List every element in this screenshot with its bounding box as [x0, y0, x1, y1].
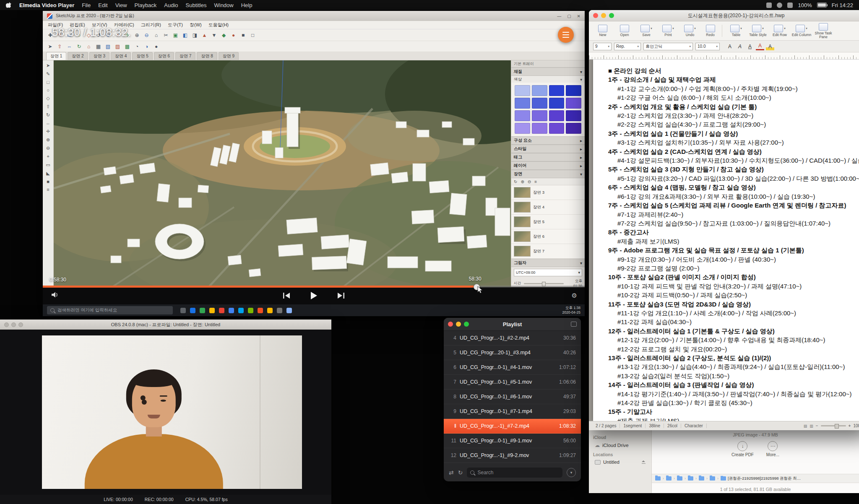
format-select[interactable]: 휴먼고딕 ▾ [643, 43, 693, 50]
zoom-out-button[interactable]: − [816, 423, 818, 428]
minimize-button[interactable] [456, 322, 461, 327]
popout-icon[interactable] [571, 322, 577, 327]
playlist-options-button[interactable]: ▾ [567, 468, 576, 477]
toolbar-button[interactable]: ▾ Redo [701, 25, 722, 37]
status-icon[interactable] [787, 3, 793, 8]
playlist-item[interactable]: 7 UD_CG_Progr...0-1)_#5-1.mov 1:06:06 [444, 375, 581, 390]
playlist-title-bar[interactable]: Playlist [444, 318, 581, 331]
toolbar-button[interactable]: ▾ Edit Row [769, 25, 790, 37]
menubar-menu-item[interactable]: Edit [98, 2, 107, 8]
status-icon[interactable] [766, 3, 772, 8]
playlist-item[interactable]: 5 UD_CG_Progr...20-1)_#3.mp4 40:26 [444, 346, 581, 360]
menubar-menu-item[interactable]: Help [241, 2, 252, 8]
zoom-button[interactable] [464, 322, 469, 327]
scene-thumbnail [514, 231, 531, 242]
quick-action-button[interactable]: ⋯ More... [766, 441, 779, 457]
bold-icon[interactable]: A [726, 43, 734, 50]
close-button[interactable] [593, 13, 598, 18]
close-button[interactable] [448, 322, 453, 327]
menubar-menu-item[interactable]: Subtitles [186, 2, 207, 8]
folder-icon[interactable] [666, 476, 672, 481]
status-icon[interactable] [777, 3, 782, 8]
menubar-menu-item[interactable]: View [115, 2, 127, 8]
toolbar-button[interactable]: ▾ Table Style [747, 25, 768, 37]
playlist-item[interactable]: 4 UD_CG_Progr...-1)_#2-2.mp4 30:36 [444, 331, 581, 346]
zoom-slider[interactable] [821, 425, 846, 426]
previous-button[interactable] [282, 292, 291, 299]
sidebar-item-icloud-drive[interactable]: ☁ iCloud Drive [593, 442, 647, 449]
repeat-icon[interactable]: ↻ [458, 469, 463, 476]
menubar-clock[interactable]: Fri 14:22 [832, 2, 853, 8]
toolbar-button[interactable]: ▾ Undo [679, 25, 700, 37]
eject-icon[interactable] [642, 460, 646, 464]
format-select[interactable]: Rep. ▾ [614, 43, 641, 50]
dropdown-caret-icon[interactable]: ▾ [762, 27, 764, 30]
underline-icon[interactable]: A [746, 43, 754, 50]
dropdown-caret-icon[interactable]: ▾ [784, 27, 786, 30]
menubar-menu-item[interactable]: Audio [164, 2, 178, 8]
toolbar-button[interactable]: ▾ Save [636, 25, 657, 37]
toolbar-button[interactable]: ▾ Open [614, 25, 635, 37]
obs-title-bar[interactable]: OBS 24.0.8 (mac) - 프로파일: Untitled - 장면: … [0, 320, 331, 330]
apple-menu-icon[interactable] [6, 2, 12, 8]
toolbar-button[interactable]: ▾ Show Task Pane [813, 23, 834, 39]
playlist-item[interactable]: 9 UD_CG_Progr...0-1)_#7-1.mp4 29:03 [444, 404, 581, 419]
toolbar-button[interactable]: ▾ Print [658, 25, 679, 37]
settings-gear-icon[interactable]: ⚙ [572, 292, 577, 299]
format-select[interactable]: 10.0 ▾ [695, 43, 720, 50]
folder-icon[interactable] [710, 476, 715, 481]
toolbar-button[interactable]: ▾ New [592, 25, 613, 37]
sidebar-item-untitled[interactable]: Untitled [593, 459, 647, 465]
menubar-menu-item[interactable]: Playback [135, 2, 157, 8]
play-button[interactable] [309, 291, 318, 300]
next-button[interactable] [337, 292, 345, 299]
folder-icon[interactable] [688, 476, 693, 481]
toolbar-button[interactable]: ▾ Edit Column [791, 25, 812, 37]
dropdown-caret-icon[interactable]: ▾ [651, 27, 652, 30]
playlist-item[interactable]: 6 UD_CG_Progr...0-1)_#4-1.mov 1:07:12 [444, 360, 581, 375]
zoom-button[interactable] [609, 13, 614, 18]
dropdown-caret-icon[interactable]: ▾ [740, 27, 742, 30]
toolbar-button-label: Table [732, 33, 740, 37]
dropdown-caret-icon[interactable]: ▾ [672, 27, 674, 30]
menubar-menu-item[interactable]: File [82, 2, 91, 8]
dropdown-caret-icon[interactable]: ▾ [694, 27, 696, 30]
playlist-item[interactable]: ‖ UD_CG_Progr...-1)_#7-2.mp4 1:08:32 [444, 419, 581, 434]
format-select[interactable]: 9 ▾ [593, 43, 612, 50]
toolbar-button[interactable]: ▾ Table [726, 25, 747, 37]
close-button[interactable] [4, 322, 9, 327]
zoom-in-button[interactable]: + [849, 423, 851, 428]
breadcrumb-selected[interactable]: [권형준-21925998]21925998 권형준 최… [721, 476, 801, 481]
minimize-button[interactable] [601, 13, 606, 18]
zoom-button[interactable] [18, 322, 23, 327]
quick-action-button[interactable]: ↓ Create PDF [731, 441, 754, 457]
toolbar-button-label: Table Style [749, 33, 767, 37]
playlist-item[interactable]: 12 UD_CG_Progr...-1)_#9-2.mov 1:09:27 [444, 448, 581, 463]
folder-icon[interactable] [655, 476, 661, 481]
minimize-button[interactable] [11, 322, 16, 327]
video-player-window[interactable]: SketchUp 프로 2020 - (평가판 2일 남음) — ▢ ✕ 파일(… [43, 11, 585, 316]
page-view-icon[interactable]: ▤ [804, 424, 807, 428]
playlist-search-input[interactable]: Search [467, 468, 562, 478]
zoom-slider-knob[interactable] [835, 424, 839, 429]
playlist-item-duration: 40:26 [563, 350, 576, 356]
video-content-3d-view[interactable] [54, 60, 511, 287]
player-menu-button[interactable] [558, 27, 574, 43]
page-layout-icon[interactable]: ▥ [810, 424, 813, 428]
font-color-icon[interactable]: A [756, 43, 764, 50]
highlight-color-icon[interactable]: A [766, 43, 774, 50]
document-text-line: 9주 - Adobe 프로그램 개요 및 실습 목표 설정 / 포토샵 실습 1… [608, 246, 859, 255]
folder-icon[interactable] [699, 476, 704, 481]
document-page[interactable]: ■ 온라인 강의 순서1주 - 강의소개 / 실습 및 재택수업 과제#1-1강… [593, 60, 859, 421]
menubar-app-name[interactable]: Elmedia Video Player [19, 2, 74, 8]
italic-icon[interactable]: A [736, 43, 744, 50]
doc-title-bar[interactable]: 도시설계표현응용(2020-1)-강의리스트.hwp [589, 10, 859, 21]
playlist-item[interactable]: 8 UD_CG_Progr...0-1)_#6-1.mov 49:37 [444, 390, 581, 404]
menubar-menu-item[interactable]: Window [214, 2, 233, 8]
progress-bar[interactable] [43, 286, 585, 288]
playlist-item[interactable]: 11 UD_CG_Progr...0-1)_#9-1.mov 56:00 [444, 434, 581, 448]
volume-icon[interactable] [51, 291, 59, 300]
dropdown-caret-icon[interactable]: ▾ [806, 27, 807, 30]
folder-icon[interactable] [677, 476, 682, 481]
shuffle-icon[interactable]: ⇄ [449, 469, 454, 476]
